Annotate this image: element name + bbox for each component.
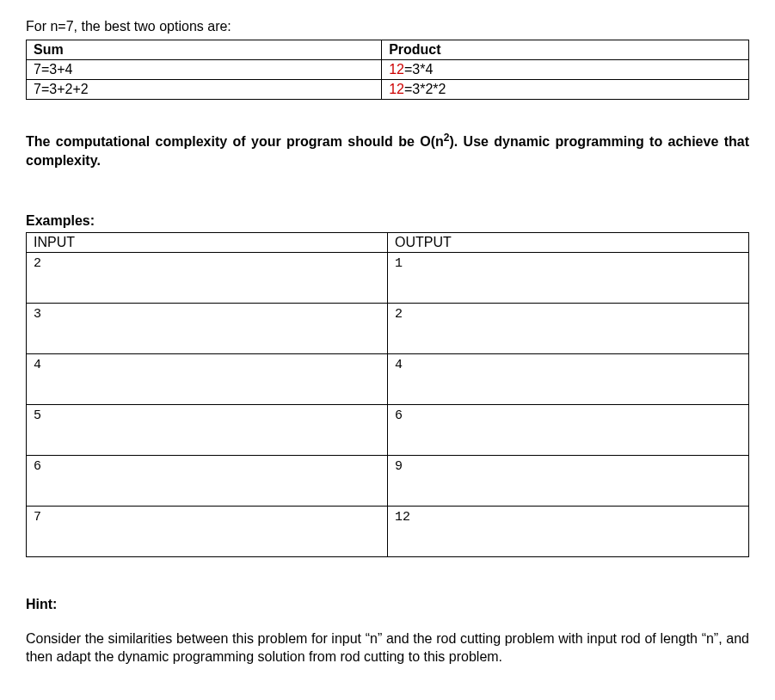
examples-title: Examples: [26,213,749,229]
examples-header-input: INPUT [27,232,388,252]
example-row: 7 12 [27,506,749,556]
example-input: 2 [27,252,388,303]
example-input: 6 [27,455,388,506]
options-cell-product: 12=3*2*2 [382,80,749,100]
example-row: 3 2 [27,303,749,353]
product-value-rest: =3*2*2 [404,82,446,96]
options-cell-sum: 7=3+2+2 [27,80,382,100]
example-output: 1 [388,252,749,303]
example-output: 6 [388,404,749,455]
options-header-product: Product [382,40,749,60]
options-cell-product: 12=3*4 [382,60,749,80]
product-value-red: 12 [389,82,404,96]
example-input: 5 [27,404,388,455]
example-input: 3 [27,303,388,353]
product-value-rest: =3*4 [404,62,433,77]
example-row: 6 9 [27,455,749,506]
example-row: 4 4 [27,353,749,404]
options-row: 7=3+4 12=3*4 [27,60,749,80]
complexity-statement: The computational complexity of your pro… [26,131,749,170]
complexity-pre: The computational complexity of your pro… [26,134,444,149]
example-output: 12 [388,506,749,556]
examples-header-output: OUTPUT [388,232,749,252]
hint-title: Hint: [26,597,749,612]
example-row: 2 1 [27,252,749,303]
example-output: 9 [388,455,749,506]
examples-table: INPUT OUTPUT 2 1 3 2 4 4 5 6 6 9 7 12 [26,232,749,557]
example-input: 7 [27,506,388,556]
options-header-sum: Sum [27,40,382,60]
example-input: 4 [27,353,388,404]
example-output: 2 [388,303,749,353]
options-row: 7=3+2+2 12=3*2*2 [27,80,749,100]
product-value-red: 12 [389,62,404,77]
options-cell-sum: 7=3+4 [27,60,382,80]
example-row: 5 6 [27,404,749,455]
hint-body: Consider the similarities between this p… [26,629,749,666]
example-output: 4 [388,353,749,404]
options-table: Sum Product 7=3+4 12=3*4 7=3+2+2 12=3*2*… [26,40,749,100]
intro-text: For n=7, the best two options are: [26,19,749,34]
